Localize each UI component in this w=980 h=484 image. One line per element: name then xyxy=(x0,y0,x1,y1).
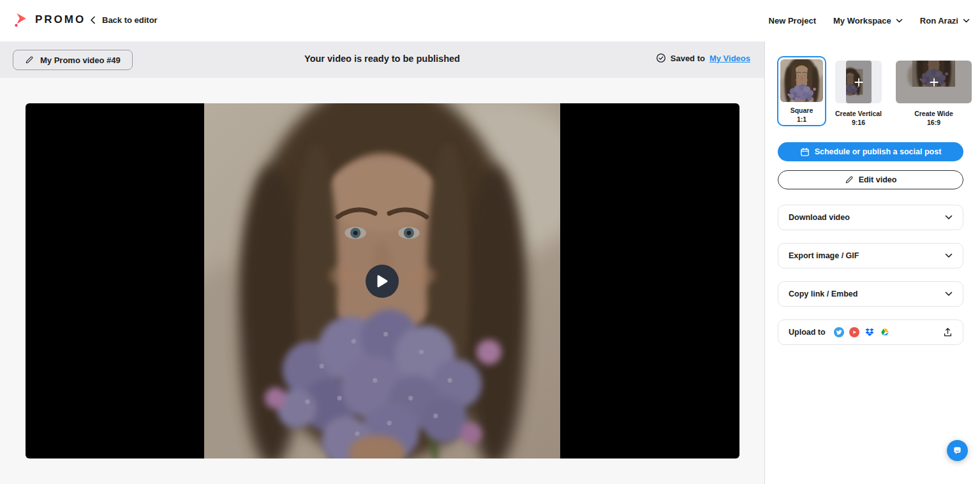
workspace-label: My Workspace xyxy=(833,16,891,26)
upload-to-label: Upload to xyxy=(789,328,826,337)
chevron-down-icon xyxy=(896,18,903,23)
brand-name: PROMO xyxy=(35,13,85,26)
square-thumb-art xyxy=(780,59,823,102)
pencil-icon xyxy=(845,175,854,184)
export-image-gif-label: Export image / GIF xyxy=(789,251,859,260)
chat-icon xyxy=(952,445,963,456)
upload-targets xyxy=(834,327,890,337)
my-videos-link[interactable]: My Videos xyxy=(709,54,750,63)
promo-publish-page: PROMO Back to editor New Project My Work… xyxy=(0,0,980,484)
export-image-gif-section[interactable]: Export image / GIF xyxy=(778,243,963,268)
chevron-down-icon xyxy=(963,18,970,23)
format-vertical-frame xyxy=(835,61,882,103)
back-to-editor-label: Back to editor xyxy=(102,15,158,25)
chevron-left-icon xyxy=(90,16,96,24)
user-menu[interactable]: Ron Arazi xyxy=(920,16,970,26)
download-video-label: Download video xyxy=(789,213,850,222)
format-wide-ratio: 16:9 xyxy=(896,118,972,127)
chevron-down-icon xyxy=(945,253,953,258)
top-nav-right: New Project My Workspace Ron Arazi xyxy=(769,0,970,41)
youtube-icon[interactable] xyxy=(849,327,859,337)
upload-to-section: Upload to xyxy=(778,319,963,345)
format-create-wide[interactable]: Create Wide 16:9 xyxy=(896,61,972,127)
plus-icon xyxy=(928,77,939,87)
format-square-ratio: 1:1 xyxy=(778,115,825,124)
top-nav: PROMO Back to editor New Project My Work… xyxy=(0,0,980,41)
promo-logo[interactable]: PROMO xyxy=(12,11,85,28)
ready-message: Your video is ready to be published xyxy=(0,54,764,64)
status-banner: My Promo video #49 Your video is ready t… xyxy=(0,41,764,78)
download-video-section[interactable]: Download video xyxy=(778,205,963,230)
user-name: Ron Arazi xyxy=(920,16,958,26)
video-player[interactable] xyxy=(26,103,739,458)
chat-launcher-button[interactable] xyxy=(947,440,968,461)
new-project-label: New Project xyxy=(769,16,816,26)
new-project-link[interactable]: New Project xyxy=(769,16,816,26)
dropbox-icon[interactable] xyxy=(865,327,875,337)
chevron-down-icon xyxy=(945,215,953,220)
google-drive-icon[interactable] xyxy=(880,327,890,337)
copy-link-embed-section[interactable]: Copy link / Embed xyxy=(778,281,963,307)
copy-link-embed-label: Copy link / Embed xyxy=(789,290,858,298)
schedule-publish-label: Schedule or publish a social post xyxy=(815,147,942,156)
play-button[interactable] xyxy=(366,265,399,298)
back-to-editor-button[interactable]: Back to editor xyxy=(90,15,158,25)
format-wide-label: Create Wide xyxy=(896,109,972,118)
upload-share-button[interactable] xyxy=(943,327,953,337)
edit-video-button[interactable]: Edit video xyxy=(778,170,963,189)
format-create-vertical[interactable]: Create Vertical 9:16 xyxy=(835,61,882,127)
plus-icon xyxy=(853,77,864,87)
twitter-icon[interactable] xyxy=(834,327,844,337)
format-wide-thumbnail xyxy=(896,61,972,103)
format-square-thumbnail xyxy=(780,59,823,102)
format-vertical-label: Create Vertical xyxy=(828,109,889,118)
saved-prefix: Saved to xyxy=(671,54,705,63)
play-icon xyxy=(376,274,389,288)
format-vertical-ratio: 9:16 xyxy=(828,118,889,127)
check-circle-icon xyxy=(656,53,666,63)
calendar-icon xyxy=(800,147,810,157)
format-square-label: Square xyxy=(778,106,825,115)
preview-stage xyxy=(0,78,764,484)
publish-sidebar: Square 1:1 Create Vertical 9:16 xyxy=(764,41,980,484)
workspace-menu[interactable]: My Workspace xyxy=(833,16,903,26)
schedule-publish-button[interactable]: Schedule or publish a social post xyxy=(778,142,963,161)
chevron-down-icon xyxy=(945,291,953,297)
format-square[interactable]: Square 1:1 xyxy=(777,56,826,126)
promo-logo-icon xyxy=(12,11,29,28)
saved-status: Saved to My Videos xyxy=(656,53,750,63)
edit-video-label: Edit video xyxy=(859,175,897,184)
